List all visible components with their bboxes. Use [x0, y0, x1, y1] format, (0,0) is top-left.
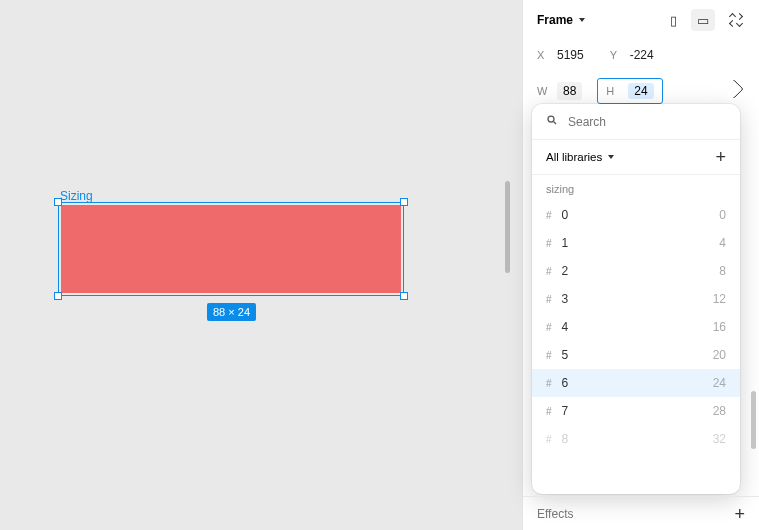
chevron-down-icon	[579, 18, 585, 22]
hash-icon: #	[546, 350, 552, 361]
svg-point-0	[548, 116, 554, 122]
selection-outline	[58, 202, 404, 296]
chevron-down-icon	[608, 155, 614, 159]
token-row[interactable]: #00	[532, 201, 740, 229]
section-label: sizing	[532, 175, 740, 201]
search-icon	[546, 114, 558, 129]
landscape-icon: ▭	[697, 13, 709, 28]
hash-icon: #	[546, 238, 552, 249]
token-key: 3	[562, 292, 569, 306]
token-row[interactable]: #28	[532, 257, 740, 285]
resize-to-fit-button[interactable]	[727, 14, 745, 26]
token-row[interactable]: #416	[532, 313, 740, 341]
resize-handle-top-left[interactable]	[54, 198, 62, 206]
add-effect-button[interactable]: +	[734, 505, 745, 523]
token-row[interactable]: #520	[532, 341, 740, 369]
height-field[interactable]: H 24	[597, 78, 662, 104]
search-input[interactable]	[568, 115, 726, 129]
token-key: 1	[562, 236, 569, 250]
token-key: 2	[562, 264, 569, 278]
resize-handle-bottom-left[interactable]	[54, 292, 62, 300]
token-row[interactable]: #312	[532, 285, 740, 313]
token-key: 4	[562, 320, 569, 334]
hash-icon: #	[546, 266, 552, 277]
libraries-dropdown[interactable]: All libraries	[546, 151, 614, 163]
token-value: 0	[719, 208, 726, 222]
token-value: 28	[713, 404, 726, 418]
effects-section[interactable]: Effects +	[523, 496, 759, 530]
frame-type-dropdown[interactable]: Frame	[537, 13, 585, 27]
svg-line-1	[554, 122, 557, 125]
x-field[interactable]: X 5195	[537, 48, 584, 62]
portrait-icon: ▯	[670, 13, 677, 28]
width-field[interactable]: W 88	[537, 82, 582, 100]
token-value: 20	[713, 348, 726, 362]
variable-picker-popover: All libraries + sizing #00#14#28#312#416…	[532, 104, 740, 494]
selection-size-badge: 88 × 24	[207, 303, 256, 321]
search-row	[532, 104, 740, 139]
token-value: 32	[713, 432, 726, 446]
height-value: 24	[628, 83, 653, 99]
canvas[interactable]: Sizing 88 × 24	[0, 0, 522, 530]
hash-icon: #	[546, 322, 552, 333]
resize-handle-top-right[interactable]	[400, 198, 408, 206]
token-list[interactable]: #00#14#28#312#416#520#624#728#832	[532, 201, 740, 494]
token-key: 8	[562, 432, 569, 446]
add-library-button[interactable]: +	[715, 148, 726, 166]
landscape-frame-button[interactable]: ▭	[691, 9, 715, 31]
resize-handle-bottom-right[interactable]	[400, 292, 408, 300]
token-key: 5	[562, 348, 569, 362]
token-key: 0	[562, 208, 569, 222]
token-value: 24	[713, 376, 726, 390]
token-value: 12	[713, 292, 726, 306]
frame-type-label: Frame	[537, 13, 573, 27]
token-row[interactable]: #624	[532, 369, 740, 397]
token-row[interactable]: #728	[532, 397, 740, 425]
design-panel: Frame ▯ ▭ X 5195 Y -224 W 88 H	[522, 0, 759, 530]
token-key: 7	[562, 404, 569, 418]
token-value: 4	[719, 236, 726, 250]
hash-icon: #	[546, 406, 552, 417]
token-row[interactable]: #832	[532, 425, 740, 453]
portrait-frame-button[interactable]: ▯	[661, 9, 685, 31]
hash-icon: #	[546, 294, 552, 305]
token-value: 8	[719, 264, 726, 278]
width-value: 88	[557, 82, 582, 100]
hash-icon: #	[546, 210, 552, 221]
panel-scrollbar[interactable]	[751, 391, 756, 449]
token-row[interactable]: #14	[532, 229, 740, 257]
token-value: 16	[713, 320, 726, 334]
hash-icon: #	[546, 378, 552, 389]
canvas-scrollbar[interactable]	[505, 181, 510, 273]
token-key: 6	[562, 376, 569, 390]
y-field[interactable]: Y -224	[610, 48, 654, 62]
frame-label[interactable]: Sizing	[60, 189, 93, 203]
effects-label: Effects	[537, 507, 573, 521]
hash-icon: #	[546, 434, 552, 445]
